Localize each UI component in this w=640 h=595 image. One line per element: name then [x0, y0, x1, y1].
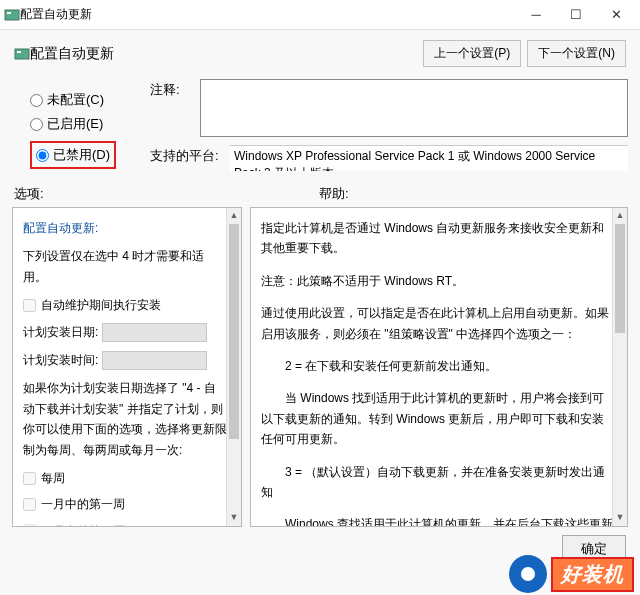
svg-rect-0 [5, 10, 19, 20]
comment-field[interactable] [200, 79, 628, 137]
radio-enabled[interactable]: 已启用(E) [30, 115, 150, 133]
platforms-text: Windows XP Professional Service Pack 1 或… [230, 145, 628, 171]
options-heading: 配置自动更新: [23, 218, 227, 238]
help-text: 3 = （默认设置）自动下载更新，并在准备安装更新时发出通知 [261, 462, 613, 503]
options-text2: 如果你为计划安装日期选择了 "4 - 自动下载并计划安装" 并指定了计划，则你可… [23, 378, 227, 460]
checkbox-first-week[interactable]: 一月中的第一周 [23, 494, 227, 514]
radio-not-configured[interactable]: 未配置(C) [30, 91, 150, 109]
help-text: Windows 查找适用于此计算机的更新，并在后台下载这些更新（在此过程中，用户… [261, 514, 613, 527]
install-time-select[interactable] [102, 351, 207, 370]
help-text: 指定此计算机是否通过 Windows 自动更新服务来接收安全更新和其他重要下载。 [261, 218, 613, 259]
checkbox-partial[interactable]: 一月中的第一周 [23, 521, 227, 527]
svg-rect-1 [7, 12, 11, 14]
watermark-logo-icon [509, 555, 547, 593]
next-setting-button[interactable]: 下一个设置(N) [527, 40, 626, 67]
options-text: 下列设置仅在选中 4 时才需要和适用。 [23, 246, 227, 287]
scroll-down-icon[interactable]: ▼ [613, 510, 627, 526]
help-text: 通过使用此设置，可以指定是否在此计算机上启用自动更新。如果启用该服务，则必须在 … [261, 303, 613, 344]
install-time-row: 计划安装时间: [23, 350, 227, 370]
options-scrollbar[interactable]: ▲ ▼ [226, 208, 241, 526]
watermark: 好装机 [509, 555, 634, 593]
checkbox-weekly[interactable]: 每周 [23, 468, 227, 488]
prev-setting-button[interactable]: 上一个设置(P) [423, 40, 521, 67]
checkbox-maintenance[interactable]: 自动维护期间执行安装 [23, 295, 227, 315]
scroll-up-icon[interactable]: ▲ [613, 208, 627, 224]
platforms-label: 支持的平台: [150, 145, 230, 165]
comment-label: 注释: [150, 79, 200, 99]
help-text: 2 = 在下载和安装任何更新前发出通知。 [261, 356, 613, 376]
install-day-select[interactable] [102, 323, 207, 342]
help-scrollbar[interactable]: ▲ ▼ [612, 208, 627, 526]
maximize-button[interactable]: ☐ [556, 1, 596, 29]
options-label: 选项: [14, 185, 249, 203]
radio-disabled[interactable]: 已禁用(D) [36, 146, 110, 164]
scroll-down-icon[interactable]: ▼ [227, 510, 241, 526]
policy-icon [14, 46, 30, 62]
watermark-text: 好装机 [551, 557, 634, 592]
scroll-up-icon[interactable]: ▲ [227, 208, 241, 224]
install-day-row: 计划安装日期: [23, 322, 227, 342]
close-button[interactable]: ✕ [596, 1, 636, 29]
svg-rect-2 [15, 49, 29, 59]
help-text: 注意：此策略不适用于 Windows RT。 [261, 271, 613, 291]
help-panel: 指定此计算机是否通过 Windows 自动更新服务来接收安全更新和其他重要下载。… [250, 207, 628, 527]
policy-icon [4, 7, 20, 23]
page-title: 配置自动更新 [30, 45, 417, 63]
help-label: 帮助: [249, 185, 626, 203]
minimize-button[interactable]: ─ [516, 1, 556, 29]
options-panel: 配置自动更新: 下列设置仅在选中 4 时才需要和适用。 自动维护期间执行安装 计… [12, 207, 242, 527]
svg-rect-3 [17, 51, 21, 53]
window-title: 配置自动更新 [20, 6, 516, 23]
help-text: 当 Windows 找到适用于此计算机的更新时，用户将会接到可以下载更新的通知。… [261, 388, 613, 449]
